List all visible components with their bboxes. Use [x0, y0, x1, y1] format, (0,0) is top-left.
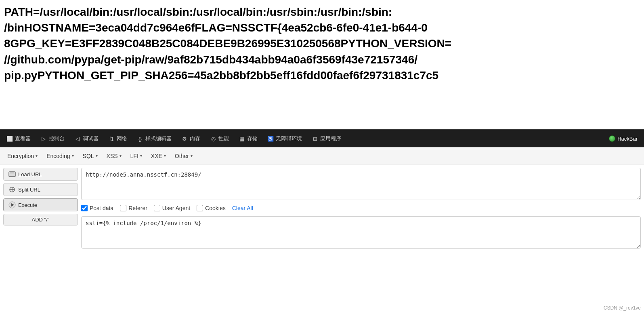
- memory-icon: ⚙: [181, 135, 188, 142]
- tab-performance[interactable]: ◎ 性能: [205, 130, 234, 147]
- menu-lfi-label: LFI: [130, 153, 138, 159]
- tab-applications-label: 应用程序: [320, 135, 341, 142]
- post-data-checkbox[interactable]: [81, 205, 88, 211]
- user-agent-checkbox-label[interactable]: User Agent: [154, 205, 190, 211]
- tab-console-label: 控制台: [49, 135, 65, 142]
- add-slash-label: ADD "/": [32, 217, 50, 223]
- referer-checkbox-label[interactable]: Referer: [120, 205, 147, 211]
- referer-checkbox[interactable]: [120, 205, 126, 211]
- tab-style-label: 样式编辑器: [145, 135, 172, 142]
- tab-network-label: 网络: [117, 135, 127, 142]
- encryption-arrow-icon: ▾: [36, 154, 38, 158]
- tab-inspector[interactable]: ⬜ 查看器: [2, 130, 36, 147]
- lfi-arrow-icon: ▾: [140, 154, 142, 158]
- menu-sql-label: SQL: [83, 153, 94, 159]
- post-data-checkbox-label[interactable]: Post data: [81, 205, 113, 211]
- cookies-label: Cookies: [205, 205, 226, 211]
- tab-network[interactable]: ⇅ 网络: [103, 130, 132, 147]
- svg-rect-0: [9, 172, 15, 177]
- load-url-label: Load URL: [18, 171, 42, 177]
- top-line-2: /binHOSTNAME=3eca04dd7c964e6fFLAG=NSSCTF…: [4, 20, 636, 36]
- cookies-checkbox-label[interactable]: Cookies: [197, 205, 226, 211]
- menu-xss[interactable]: XSS ▾: [103, 151, 126, 161]
- user-agent-label: User Agent: [162, 205, 190, 211]
- load-url-button[interactable]: Load URL: [3, 168, 78, 181]
- menu-xxe-label: XXE: [151, 153, 162, 159]
- tab-applications[interactable]: ⊞ 应用程序: [307, 130, 346, 147]
- options-row: Post data Referer User Agent Cookies Cle…: [81, 203, 641, 213]
- xxe-arrow-icon: ▾: [164, 154, 166, 158]
- hackbar-icon: [609, 135, 615, 142]
- other-arrow-icon: ▾: [191, 154, 193, 158]
- menu-xxe[interactable]: XXE ▾: [147, 151, 170, 161]
- tab-memory[interactable]: ⚙ 内存: [176, 130, 205, 147]
- top-content-area: PATH=/usr/local/bin:/usr/local/sbin:/usr…: [0, 0, 644, 129]
- storage-icon: ▦: [239, 135, 245, 142]
- tab-performance-label: 性能: [218, 135, 229, 142]
- post-data-label: Post data: [90, 205, 113, 211]
- top-line-3: 8GPG_KEY=E3FF2839C048B25C084DEBE9B26995E…: [4, 36, 636, 51]
- user-agent-checkbox[interactable]: [154, 205, 160, 211]
- menu-encryption-label: Encryption: [7, 153, 34, 159]
- add-slash-button[interactable]: ADD "/": [3, 214, 78, 225]
- accessibility-icon: ♿: [267, 135, 274, 142]
- cookies-checkbox[interactable]: [197, 205, 203, 211]
- tab-style-editor[interactable]: {} 样式编辑器: [132, 130, 176, 147]
- menu-lfi[interactable]: LFI ▾: [126, 151, 146, 161]
- svg-rect-1: [10, 173, 15, 173]
- network-icon: ⇅: [108, 135, 115, 142]
- hackbar-main: Load URL Split URL: [0, 164, 644, 252]
- style-icon: {}: [137, 135, 143, 142]
- url-input[interactable]: [81, 168, 641, 200]
- menu-encoding-label: Encoding: [46, 153, 70, 159]
- performance-icon: ◎: [210, 135, 216, 142]
- top-line-4: //github.com/pypa/get-pip/raw/9af82b715d…: [4, 52, 636, 67]
- split-url-label: Split URL: [18, 187, 40, 193]
- csdn-watermark-text: CSDN @_rev1ve: [604, 305, 641, 311]
- tab-inspector-label: 查看器: [15, 135, 31, 142]
- inspector-icon: ⬜: [6, 135, 13, 142]
- split-url-icon: [8, 186, 16, 193]
- clear-all-label: Clear All: [232, 205, 253, 211]
- csdn-watermark: CSDN @_rev1ve: [604, 305, 641, 311]
- console-icon: ▷: [40, 135, 47, 142]
- sql-arrow-icon: ▾: [96, 154, 98, 158]
- tab-storage-label: 存储: [247, 135, 258, 142]
- tab-console[interactable]: ▷ 控制台: [36, 130, 69, 147]
- hackbar-label: HackBar: [617, 136, 638, 142]
- tab-accessibility[interactable]: ♿ 无障碍环境: [262, 130, 307, 147]
- menu-other-label: Other: [175, 153, 189, 159]
- split-url-button[interactable]: Split URL: [3, 183, 78, 196]
- menu-xss-label: XSS: [107, 153, 118, 159]
- tab-accessibility-label: 无障碍环境: [276, 135, 302, 142]
- top-line-1: PATH=/usr/local/bin:/usr/local/sbin:/usr…: [4, 4, 636, 20]
- top-line-5: pip.pyPYTHON_GET_PIP_SHA256=45a2bb8bf2bb…: [4, 67, 636, 83]
- post-data-input[interactable]: [81, 216, 641, 249]
- tab-debugger-label: 调试器: [83, 135, 99, 142]
- menu-encryption[interactable]: Encryption ▾: [3, 151, 42, 161]
- load-url-icon: [8, 171, 16, 178]
- menu-sql[interactable]: SQL ▾: [79, 151, 102, 161]
- menu-encoding[interactable]: Encoding ▾: [42, 151, 78, 161]
- xss-arrow-icon: ▾: [120, 154, 122, 158]
- hackbar-menu: Encryption ▾ Encoding ▾ SQL ▾ XSS ▾ LFI …: [0, 148, 644, 164]
- tab-debugger[interactable]: ◁ 调试器: [69, 130, 103, 147]
- encoding-arrow-icon: ▾: [72, 154, 74, 158]
- devtools-bar: ⬜ 查看器 ▷ 控制台 ◁ 调试器 ⇅ 网络 {} 样式编辑器 ⚙ 内存 ◎ 性…: [0, 129, 644, 147]
- execute-label: Execute: [18, 202, 37, 208]
- tab-hackbar[interactable]: HackBar: [604, 130, 642, 147]
- tab-storage[interactable]: ▦ 存储: [234, 130, 262, 147]
- clear-all-button[interactable]: Clear All: [232, 205, 253, 211]
- debugger-icon: ◁: [74, 135, 81, 142]
- hackbar-left-buttons: Load URL Split URL: [3, 168, 78, 249]
- tab-memory-label: 内存: [190, 135, 200, 142]
- hackbar-panel: Encryption ▾ Encoding ▾ SQL ▾ XSS ▾ LFI …: [0, 147, 644, 252]
- execute-button[interactable]: Execute: [3, 198, 78, 211]
- execute-icon: [8, 201, 16, 209]
- menu-other[interactable]: Other ▾: [171, 151, 197, 161]
- applications-icon: ⊞: [312, 135, 318, 142]
- hackbar-right: Post data Referer User Agent Cookies Cle…: [81, 168, 641, 249]
- referer-label: Referer: [128, 205, 147, 211]
